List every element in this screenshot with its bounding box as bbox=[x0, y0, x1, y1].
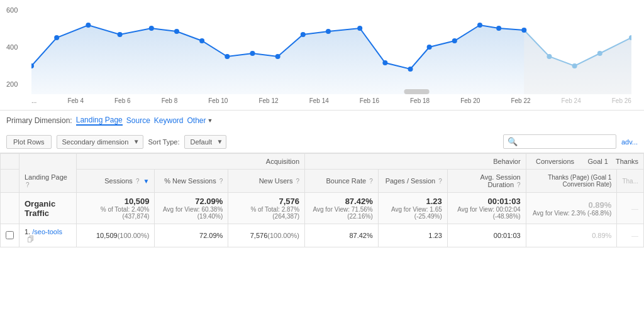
organic-pct-new-sessions-cell: 72.09% Avg for View: 60.38% (19.40%) bbox=[155, 193, 228, 224]
organic-thanks-goal1-value: 0.89% bbox=[588, 200, 611, 210]
x-label-feb4: Feb 4 bbox=[67, 97, 84, 104]
plot-rows-button[interactable]: Plot Rows bbox=[6, 135, 52, 149]
row1-checkbox[interactable] bbox=[6, 231, 14, 239]
sort-type-select[interactable]: Default bbox=[184, 135, 226, 149]
chart-svg bbox=[31, 6, 631, 94]
chart-point bbox=[199, 38, 204, 43]
x-label-feb24: Feb 24 bbox=[562, 97, 581, 104]
row1-page-link[interactable]: /seo-tools bbox=[32, 228, 62, 235]
th-thanks-goal1: Thanks (Page) (Goal 1 Conversion Rate) bbox=[526, 170, 617, 193]
row1-page-cell: 1. /seo-tools 🗍 bbox=[19, 224, 77, 247]
chart-point-dim bbox=[572, 63, 577, 68]
organic-bounce-rate-value: 87.42% bbox=[345, 197, 373, 206]
organic-pages-session-cell: 1.23 Avg for View: 1.65 (-25.49%) bbox=[378, 193, 447, 224]
row1-num: 1. bbox=[25, 228, 32, 235]
search-box[interactable]: 🔍 bbox=[503, 134, 616, 149]
help-icon-bounce-rate[interactable]: ? bbox=[369, 178, 373, 185]
primary-dimension-bar: Primary Dimension: Landing Page Source K… bbox=[0, 110, 644, 131]
data-table: Landing Page ? Acquisition Behavior Conv… bbox=[0, 153, 644, 247]
row1-checkbox-cell[interactable] bbox=[1, 224, 19, 247]
organic-sessions-cell: 10,509 % of Total: 2.40% (437,874) bbox=[77, 193, 155, 224]
chart-point bbox=[326, 29, 331, 34]
x-label-feb12: Feb 12 bbox=[258, 97, 278, 104]
help-icon-pct-new-sessions[interactable]: ? bbox=[219, 178, 223, 185]
x-label-feb20: Feb 20 bbox=[460, 97, 480, 104]
help-icon-pages-session[interactable]: ? bbox=[438, 178, 442, 185]
organic-traffic-label: Organic Traffic bbox=[25, 199, 55, 218]
row1-avg-session-duration-cell: 00:01:03 bbox=[447, 224, 526, 247]
x-label-feb10: Feb 10 bbox=[208, 97, 228, 104]
th-checkbox2 bbox=[1, 170, 19, 193]
chart-point bbox=[275, 54, 280, 59]
organic-pages-session-sub: Avg for View: 1.65 (-25.49%) bbox=[384, 206, 442, 220]
table-row: 1. /seo-tools 🗍 10,509(100.00%) 72.09% 7… bbox=[1, 224, 644, 247]
chart-point bbox=[427, 45, 432, 50]
chart-point bbox=[54, 35, 59, 40]
row1-new-users-pct: (100.00%) bbox=[267, 232, 299, 239]
th-bounce-rate: Bounce Rate ? bbox=[305, 170, 379, 193]
help-icon-avg-session-duration[interactable]: ? bbox=[517, 181, 521, 188]
organic-new-users-cell: 7,576 % of Total: 2.87% (264,387) bbox=[228, 193, 305, 224]
row1-pages-session-value: 1.23 bbox=[428, 232, 441, 239]
row1-bounce-rate-cell: 87.42% bbox=[305, 224, 379, 247]
organic-new-users-sub: % of Total: 2.87% (264,387) bbox=[233, 206, 299, 220]
dim-link-keyword[interactable]: Keyword bbox=[154, 116, 184, 125]
organic-pct-new-sessions-value: 72.09% bbox=[195, 197, 223, 206]
chart-x-axis: ... Feb 4 Feb 6 Feb 8 Feb 10 Feb 12 Feb … bbox=[31, 96, 631, 104]
x-label-dots: ... bbox=[31, 97, 36, 104]
chart-point bbox=[357, 26, 362, 31]
toolbar: Plot Rows Secondary dimension ▼ Sort Typ… bbox=[0, 131, 644, 153]
dim-link-source[interactable]: Source bbox=[126, 116, 150, 125]
dim-link-landing-page[interactable]: Landing Page bbox=[76, 116, 123, 126]
row1-sessions-cell: 10,509(100.00%) bbox=[77, 224, 155, 247]
row1-new-users-value: 7,576 bbox=[250, 232, 268, 239]
row1-pct-new-sessions-cell: 72.09% bbox=[155, 224, 228, 247]
organic-sessions-sub: % of Total: 2.40% (437,874) bbox=[82, 206, 149, 220]
organic-bounce-rate-cell: 87.42% Avg for View: 71.56% (22.16%) bbox=[305, 193, 379, 224]
sort-icon-sessions[interactable]: ▼ bbox=[143, 178, 150, 185]
th-checkbox bbox=[1, 154, 19, 170]
chart-point bbox=[149, 26, 154, 31]
row1-new-users-cell: 7,576(100.00%) bbox=[228, 224, 305, 247]
search-input[interactable] bbox=[520, 138, 612, 146]
th-avg-session-duration: Avg. Session Duration ? bbox=[447, 170, 526, 193]
secondary-dimension-select[interactable]: Secondary dimension bbox=[57, 135, 143, 149]
help-icon-landing-page[interactable]: ? bbox=[26, 181, 30, 188]
organic-pages-session-value: 1.23 bbox=[426, 197, 441, 206]
x-label-feb14: Feb 14 bbox=[309, 97, 329, 104]
row1-thanks-goal1-cell: 0.89% bbox=[526, 224, 617, 247]
dim-link-other[interactable]: Other ▼ bbox=[187, 116, 213, 125]
x-label-feb18: Feb 18 bbox=[410, 97, 430, 104]
y-label-400: 400 bbox=[6, 43, 18, 51]
organic-traffic-row: Organic Traffic 10,509 % of Total: 2.40%… bbox=[1, 193, 644, 224]
th-group-acquisition: Acquisition bbox=[77, 154, 305, 170]
sort-type-wrap[interactable]: Default ▼ bbox=[184, 135, 226, 149]
chart-point-dim bbox=[597, 51, 602, 56]
chart-point bbox=[477, 23, 482, 28]
chart-container: 600 400 200 bbox=[0, 0, 644, 110]
chart-dim-overlay bbox=[524, 30, 631, 94]
organic-pct-new-sessions-sub: Avg for View: 60.38% (19.40%) bbox=[160, 206, 223, 220]
chart-point bbox=[174, 29, 179, 34]
secondary-dimension-wrap[interactable]: Secondary dimension ▼ bbox=[57, 135, 143, 149]
th-sessions: Sessions ? ▼ bbox=[77, 170, 155, 193]
help-icon-new-users[interactable]: ? bbox=[296, 178, 299, 185]
th-pages-session: Pages / Session ? bbox=[378, 170, 447, 193]
organic-checkbox-cell bbox=[1, 193, 19, 224]
organic-sessions-value: 10,509 bbox=[125, 197, 150, 206]
chart-point bbox=[118, 32, 123, 37]
chart-point bbox=[301, 32, 306, 37]
row1-avg-session-duration-value: 00:01:03 bbox=[494, 232, 521, 239]
chart-point bbox=[521, 28, 526, 33]
chart-scroll-indicator[interactable] bbox=[404, 89, 429, 94]
copy-icon[interactable]: 🗍 bbox=[27, 235, 34, 243]
x-label-feb22: Feb 22 bbox=[511, 97, 530, 104]
organic-thanks-goal1-sub: Avg for View: 2.3% (-68.8%) bbox=[531, 210, 612, 217]
row1-pages-session-cell: 1.23 bbox=[378, 224, 447, 247]
help-icon-sessions[interactable]: ? bbox=[136, 178, 140, 185]
chart-point bbox=[250, 51, 255, 56]
advanced-link[interactable]: adv... bbox=[621, 138, 638, 146]
th-thanks: Tha... bbox=[617, 170, 644, 193]
chart-y-axis: 600 400 200 bbox=[6, 6, 18, 88]
row1-pct-new-sessions-value: 72.09% bbox=[199, 232, 223, 239]
